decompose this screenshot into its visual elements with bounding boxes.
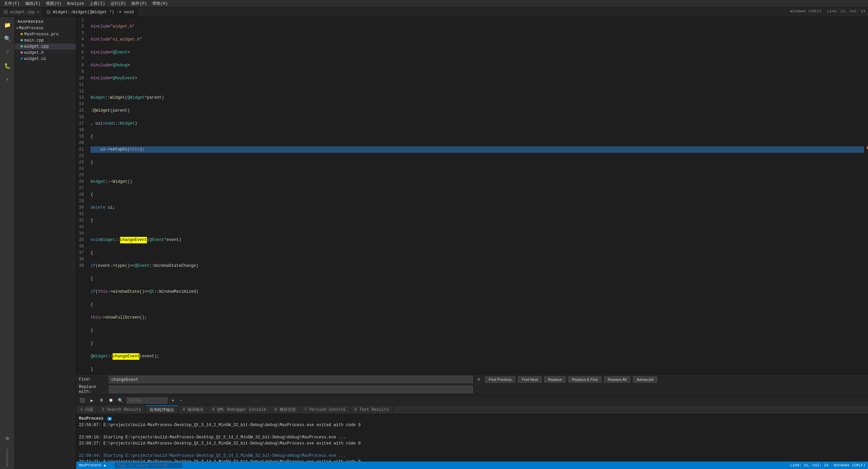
output-line-4: 22:08:16: Starting E:\projects\build-Max… — [79, 434, 865, 440]
project-label: MaxProcess — [5, 448, 10, 468]
minus-button[interactable]: - — [178, 398, 184, 403]
find-close-button[interactable]: ✕ — [475, 377, 482, 382]
replace-input[interactable] — [109, 386, 473, 393]
tab-func-icon: ⬛ — [46, 10, 51, 14]
status-encoding: Windows (CRLF) — [834, 463, 865, 467]
sidebar-debug-icon[interactable]: 🐛 — [1, 60, 14, 72]
panel-tabs: 1 问题 2 Search Results 应用程序输出 4 编译输出 5 QM… — [76, 405, 868, 414]
output-line-6 — [79, 447, 865, 453]
line-numbers: 12345 678910 1112131415 1617181920 21222… — [76, 17, 88, 374]
toolbar-icon-1[interactable]: ⬛ — [79, 397, 86, 404]
tab-bar: ⬛ widget.cpp ✕ ⬛ Widget::Widget(QWidget … — [0, 7, 868, 17]
tab-label: widget.cpp — [10, 10, 35, 15]
tab-close-icon[interactable]: ✕ — [37, 10, 39, 14]
output-line-2: 22:58:07: E:\projects\build-MaxProcess-D… — [79, 422, 865, 428]
pro-file-icon: ■ — [20, 32, 23, 37]
tab-cpp-icon: ⬛ — [3, 10, 8, 14]
plus-button[interactable]: + — [170, 398, 176, 403]
file-explorer: MaxProcess ▼ MaxProcess ■ MaxProcess.pro… — [15, 17, 76, 469]
menu-file[interactable]: 文件(F) — [1, 1, 22, 6]
panel-tab-issues[interactable]: 1 问题 — [76, 405, 98, 414]
cpp-file-icon: ■ — [20, 38, 23, 43]
icon-sidebar: 📁 🔍 ⑂ 🐛 ⚡ ⚙ MaxProcess — [0, 17, 15, 469]
code-container[interactable]: 12345 678910 1112131415 1617181920 21222… — [76, 17, 868, 374]
find-next-button[interactable]: Find Next — [518, 376, 541, 383]
tree-item-project[interactable]: ▼ MaxProcess — [15, 25, 76, 31]
tree-item-widget-ui[interactable]: ■ widget.ui — [15, 56, 76, 62]
tree-item-label: widget.cpp — [24, 44, 49, 49]
status-project: MaxProcess — [79, 463, 101, 467]
output-badge: ■ — [107, 417, 112, 421]
tree-item-widget-cpp[interactable]: ■ widget.cpp — [15, 44, 76, 50]
explorer-title: MaxProcess — [15, 18, 76, 25]
tree-item-label: widget.ui — [24, 56, 46, 61]
output-panel: MaxProcess ■ 22:58:07: E:\projects\build… — [76, 414, 868, 462]
run-icon[interactable]: ▶ — [88, 397, 95, 404]
output-line-3 — [79, 428, 865, 434]
panel-tab-test[interactable]: 8 Test Results — [350, 405, 393, 414]
menu-bar: 文件(F) 编辑(E) 视图(V) Analyze 上搜(I) 运行(D) 插件… — [0, 0, 868, 7]
advanced-button[interactable]: Advanced — [633, 376, 657, 383]
panel-tab-compile[interactable]: 4 编译输出 — [179, 405, 208, 414]
replace-find-button[interactable]: Replace & Find — [568, 376, 601, 383]
panel-tab-search[interactable]: 2 Search Results — [98, 405, 145, 414]
tree-item-label: MaxProcess.pro — [24, 32, 59, 37]
panel-tab-qml[interactable]: 5 QML Debugger Console — [208, 405, 270, 414]
tree-item-widget-h[interactable]: ■ widget.h — [15, 50, 76, 56]
output-line-1: MaxProcess ■ — [79, 416, 865, 422]
tree-item-label: main.cpp — [24, 38, 44, 43]
tree-item-label: MaxProcess — [19, 26, 44, 31]
encoding-info: Windows (CRLF) — [790, 9, 821, 13]
line-info: Line: 11, Col: 23 — [827, 9, 865, 13]
menu-run[interactable]: 运行(D) — [108, 1, 129, 6]
menu-search[interactable]: 上搜(I) — [87, 1, 108, 6]
tab-widget-h[interactable]: ⬛ Widget::Widget(QWidget *) -> void — [43, 7, 138, 17]
sidebar-explorer-icon[interactable]: 📁 — [1, 19, 14, 31]
replace-button[interactable]: Replace — [544, 376, 565, 383]
panel-tab-general[interactable]: 6 概括信息 — [270, 405, 300, 414]
panel-tab-version[interactable]: 7 Version Control — [300, 405, 350, 414]
sidebar-extensions-icon[interactable]: ⚡ — [1, 74, 14, 86]
find-replace-bar: Find: ✕ Find Previous Find Next Replace … — [76, 374, 868, 395]
main-area: 📁 🔍 ⑂ 🐛 ⚡ ⚙ MaxProcess MaxProcess ▼ MaxP… — [0, 17, 868, 469]
replace-label: Replace with: — [79, 385, 106, 394]
replace-all-button[interactable]: Replace All — [604, 376, 630, 383]
find-previous-button[interactable]: Find Previous — [485, 376, 515, 383]
sidebar-git-icon[interactable]: ⑂ — [1, 46, 14, 59]
menu-help[interactable]: 帮助(H) — [150, 1, 171, 6]
menu-edit[interactable]: 编辑(E) — [22, 1, 44, 6]
chevron-down-icon: ▼ — [16, 27, 18, 30]
toolbar-icon-3[interactable]: ⏸ — [98, 397, 105, 404]
panel-tab-app-output[interactable]: 应用程序输出 — [146, 405, 179, 414]
code-content[interactable]: #include "widget.h" #include "ui_widget.… — [88, 17, 867, 374]
menu-analyze[interactable]: Analyze — [64, 1, 87, 6]
tree-item-label: widget.h — [24, 50, 44, 55]
find-label: Find: — [79, 377, 106, 382]
status-line: Line: 11, Col: 23 — [790, 463, 828, 467]
status-run-icon[interactable]: ▶ — [104, 463, 106, 468]
status-bar: MaxProcess ▶ Line: 11, Col: 23 Windows (… — [76, 462, 868, 469]
output-line-7: 22:09:44: Starting E:\projects\build-Max… — [79, 453, 865, 459]
output-line-5: 22:08:27: E:\projects\build-MaxProcess-D… — [79, 440, 865, 447]
filter-input[interactable] — [127, 398, 167, 404]
search-bar[interactable] — [115, 463, 183, 468]
tree-item-pro[interactable]: ■ MaxProcess.pro — [15, 31, 76, 37]
sidebar-settings-icon[interactable]: ⚙ — [1, 432, 14, 444]
menu-plugins[interactable]: 插件(P) — [129, 1, 150, 6]
menu-view[interactable]: 视图(V) — [43, 1, 64, 6]
h-file-icon: ■ — [20, 50, 23, 55]
output-line-8: 22:11:21: E:\projects\build-MaxProcess-D… — [79, 459, 865, 462]
ui-file-icon: ■ — [20, 56, 23, 61]
sidebar-search-icon[interactable]: 🔍 — [1, 33, 14, 45]
tab-label-active: Widget::Widget(QWidget *) -> void — [53, 10, 134, 15]
change-indicator — [867, 17, 868, 374]
toolbar-search-icon[interactable]: 🔍 — [117, 397, 124, 404]
tab-widget-cpp[interactable]: ⬛ widget.cpp ✕ — [0, 7, 43, 17]
cpp-file-icon-2: ■ — [20, 44, 23, 49]
bottom-toolbar: ⬛ ▶ ⏸ ⏹ 🔍 + - — [76, 395, 868, 405]
find-input[interactable] — [109, 376, 473, 383]
tree-item-main-cpp[interactable]: ■ main.cpp — [15, 37, 76, 44]
toolbar-icon-4[interactable]: ⏹ — [107, 397, 114, 404]
editor-area: 12345 678910 1112131415 1617181920 21222… — [76, 17, 868, 469]
